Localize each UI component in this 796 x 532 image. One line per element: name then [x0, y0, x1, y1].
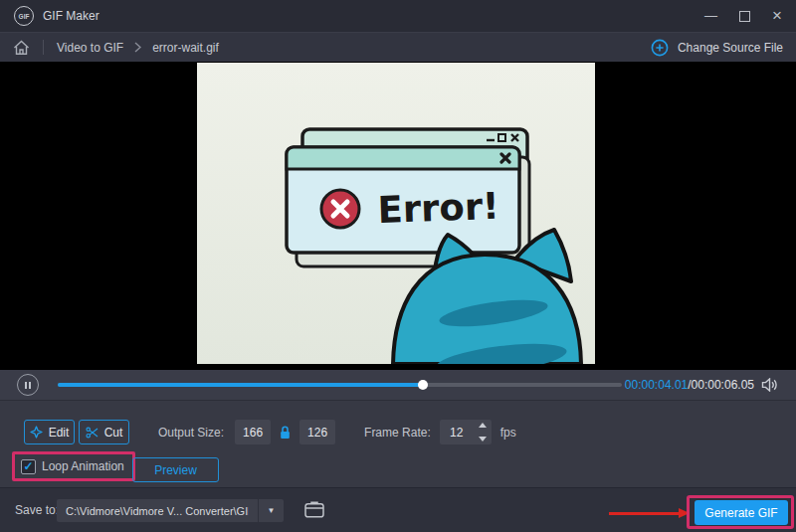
- volume-icon[interactable]: [761, 378, 778, 392]
- output-width-input[interactable]: [235, 420, 271, 444]
- title-bar: GIF GIF Maker — ×: [0, 0, 796, 32]
- dropdown-arrow-icon: ▼: [268, 506, 276, 515]
- breadcrumb-section[interactable]: Video to GIF: [57, 41, 123, 55]
- frame-rate-label: Frame Rate:: [364, 426, 431, 440]
- breadcrumb: Video to GIF error-wait.gif Change Sourc…: [0, 32, 796, 62]
- breadcrumb-filename: error-wait.gif: [152, 41, 219, 55]
- player-bar: 00:00:04.01/00:00:06.05: [0, 370, 796, 400]
- output-height-input[interactable]: [299, 420, 335, 444]
- slider-thumb[interactable]: [418, 380, 428, 390]
- change-source-file-button[interactable]: Change Source File: [651, 39, 783, 57]
- browse-folder-button[interactable]: [304, 501, 324, 518]
- preview-button[interactable]: Preview: [132, 457, 219, 482]
- pause-button[interactable]: [17, 374, 39, 396]
- generate-gif-button[interactable]: Generate GIF: [695, 500, 788, 525]
- edit-button[interactable]: Edit: [24, 420, 75, 444]
- cut-button-label: Cut: [104, 426, 123, 440]
- settings-panel: Edit Cut Output Size: Frame Rate:: [0, 400, 796, 487]
- maximize-icon[interactable]: [739, 11, 750, 22]
- save-path-input[interactable]: [57, 499, 258, 522]
- home-icon[interactable]: [13, 40, 30, 56]
- frame-rate-field: [440, 420, 492, 444]
- gif-preview-image: Error!: [197, 63, 595, 364]
- scissors-icon: [86, 427, 99, 439]
- loop-animation-label: Loop Animation: [42, 459, 124, 473]
- current-time: 00:00:04.01: [625, 378, 688, 392]
- save-path-field: ▼: [57, 499, 284, 522]
- frame-rate-input[interactable]: [440, 426, 474, 440]
- close-icon[interactable]: ×: [772, 9, 782, 23]
- stepper-up-icon[interactable]: [479, 423, 487, 428]
- stepper-down-icon[interactable]: [479, 437, 487, 442]
- window-title: GIF Maker: [43, 9, 100, 23]
- frame-rate-stepper[interactable]: [477, 423, 489, 442]
- cut-button[interactable]: Cut: [79, 420, 129, 444]
- fps-unit-label: fps: [500, 426, 516, 440]
- chevron-right-icon: [134, 42, 141, 53]
- player-progress-fill: [58, 383, 423, 387]
- loop-animation-highlight-box: ✓ Loop Animation: [12, 451, 135, 481]
- playback-slider[interactable]: [58, 383, 622, 387]
- lock-icon[interactable]: [280, 426, 291, 440]
- time-display: 00:00:04.01/00:00:06.05: [625, 370, 754, 400]
- preview-stage: Error!: [0, 62, 796, 370]
- breadcrumb-divider: [43, 40, 44, 55]
- save-path-dropdown-button[interactable]: ▼: [258, 499, 284, 522]
- output-size-label: Output Size:: [158, 426, 224, 440]
- annotation-arrow: [609, 512, 679, 515]
- cartoon-error-text: Error!: [377, 185, 500, 232]
- total-time: 00:00:06.05: [692, 378, 754, 392]
- magic-wand-icon: [30, 426, 43, 439]
- change-source-file-label: Change Source File: [678, 41, 783, 55]
- edit-button-label: Edit: [49, 426, 70, 440]
- app-logo-icon: GIF: [14, 6, 34, 26]
- minimize-icon[interactable]: —: [704, 11, 717, 21]
- loop-animation-checkbox[interactable]: ✓: [21, 459, 36, 474]
- save-to-label: Save to:: [15, 488, 59, 532]
- footer-bar: Save to: ▼: [0, 487, 796, 532]
- plus-circle-icon: [651, 39, 669, 57]
